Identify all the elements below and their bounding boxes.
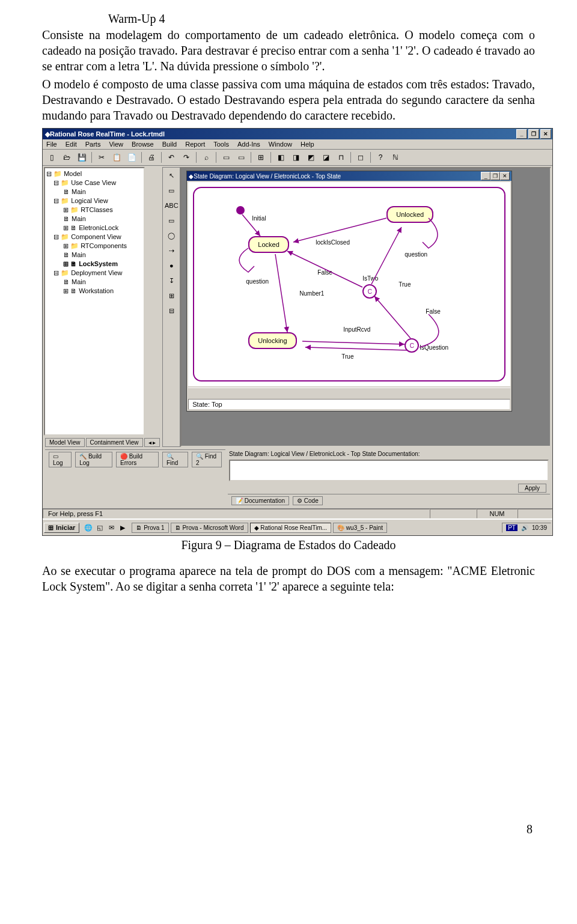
- tb-find[interactable]: ⌕: [200, 151, 213, 164]
- tree-cv-main[interactable]: 🗎 Main: [46, 251, 142, 260]
- tp-choice[interactable]: ⊞: [164, 289, 179, 302]
- tp-text[interactable]: ABC: [164, 199, 179, 212]
- menu-report[interactable]: Report: [185, 141, 205, 148]
- documentation-textarea[interactable]: [229, 460, 549, 481]
- close-button[interactable]: ✕: [540, 129, 551, 139]
- tree-component[interactable]: ⊟ 📁 Component View: [46, 233, 142, 242]
- tab-documentation[interactable]: 📝 Documentation: [231, 496, 289, 505]
- ql-desktop[interactable]: ◱: [95, 523, 105, 532]
- tb-print[interactable]: 🖨: [145, 151, 158, 164]
- tree-workstation[interactable]: ⊞ 🗎 Workstation: [46, 287, 142, 296]
- tb-align4[interactable]: ◪: [319, 151, 332, 164]
- tree-rtclasses[interactable]: ⊞ 📁 RTClasses: [46, 205, 142, 214]
- tree-uc-main[interactable]: 🗎 Main: [46, 187, 142, 196]
- tab-containment-view[interactable]: Containment View: [86, 438, 143, 447]
- tree-rtcomponents[interactable]: ⊞ 📁 RTComponents: [46, 242, 142, 251]
- menu-edit[interactable]: Edit: [66, 141, 77, 148]
- paragraph-2: O modelo é composto de uma classe passiv…: [42, 76, 535, 123]
- tb-browse2[interactable]: ▭: [234, 151, 248, 164]
- tab-buildlog[interactable]: 🔨 Build Log: [75, 452, 112, 467]
- tb-new[interactable]: ▯: [45, 151, 58, 164]
- tb-help[interactable]: ?: [374, 151, 387, 164]
- tb-align3[interactable]: ◩: [304, 151, 317, 164]
- tb-zoom[interactable]: ⊞: [254, 151, 267, 164]
- label-initial: Initial: [252, 215, 266, 222]
- tb-redo[interactable]: ↷: [180, 151, 193, 164]
- state-locked[interactable]: Locked: [248, 236, 288, 253]
- tp-trans2[interactable]: ↧: [164, 274, 179, 287]
- tab-find[interactable]: 🔍 Find: [162, 452, 188, 467]
- tb-run[interactable]: ◻: [354, 151, 367, 164]
- menu-build[interactable]: Build: [162, 141, 177, 148]
- menu-window[interactable]: Window: [269, 141, 292, 148]
- child-hscroll[interactable]: [188, 388, 510, 398]
- tp-initial[interactable]: ●: [164, 259, 179, 272]
- tb-browse1[interactable]: ▭: [219, 151, 233, 164]
- minimize-button[interactable]: _: [516, 129, 527, 139]
- status-bar: For Help, press F1 NUM: [43, 508, 552, 518]
- tree-dv-main[interactable]: 🗎 Main: [46, 278, 142, 287]
- menu-addins[interactable]: Add-Ins: [237, 141, 260, 148]
- tb-align2[interactable]: ◨: [289, 151, 302, 164]
- task-paint[interactable]: 🎨 wu3_5 - Paint: [333, 523, 387, 533]
- tab-find2[interactable]: 🔍 Find 2: [192, 452, 222, 467]
- tree-lv-main[interactable]: 🗎 Main: [46, 214, 142, 223]
- model-tree[interactable]: ⊟ 📁 Model ⊟ 📁 Use Case View 🗎 Main ⊟ 📁 L…: [44, 167, 145, 436]
- ql-ie[interactable]: 🌐: [84, 523, 93, 532]
- paragraph-3: Ao se executar o programa aparece na tel…: [42, 563, 535, 594]
- diagram-canvas[interactable]: Initial Locked Unlocked Unlocking C C lo…: [188, 182, 510, 386]
- tree-deployment[interactable]: ⊟ 📁 Deployment View: [46, 269, 142, 278]
- child-min[interactable]: _: [481, 172, 490, 180]
- system-tray[interactable]: PT 🔊 10:39: [502, 523, 551, 533]
- label-isquestion: IsQuestion: [420, 344, 448, 351]
- menu-file[interactable]: File: [46, 141, 57, 148]
- tab-log[interactable]: ▭ Log: [49, 452, 72, 467]
- child-max[interactable]: ❐: [490, 172, 500, 180]
- maximize-button[interactable]: ❐: [528, 129, 539, 139]
- paragraph-1: Consiste na modelagem do comportamento d…: [42, 27, 535, 74]
- tb-align5[interactable]: ⊓: [334, 151, 347, 164]
- state-unlocking[interactable]: Unlocking: [248, 332, 296, 349]
- tab-code[interactable]: ⚙ Code: [293, 496, 323, 505]
- label-inputrcvd: InputRcvd: [343, 326, 370, 333]
- tp-pointer[interactable]: ↖: [164, 169, 179, 182]
- tb-copy[interactable]: 📋: [110, 151, 123, 164]
- tree-locksystem[interactable]: ⊞ 🗎 LockSystem: [46, 260, 142, 269]
- menu-parts[interactable]: Parts: [85, 141, 101, 148]
- tree-logical[interactable]: ⊟ 📁 Logical View: [46, 196, 142, 205]
- tree-usecase[interactable]: ⊟ 📁 Use Case View: [46, 178, 142, 187]
- tray-vol-icon[interactable]: 🔊: [521, 524, 528, 531]
- tb-undo[interactable]: ↶: [165, 151, 178, 164]
- apply-button[interactable]: Apply: [518, 484, 546, 493]
- tb-cut[interactable]: ✂: [95, 151, 108, 164]
- tab-scroll[interactable]: ◂ ▸: [144, 438, 160, 447]
- tab-builderrors[interactable]: 🔴 Build Errors: [116, 452, 159, 467]
- start-button[interactable]: ⊞ Iniciar: [44, 523, 79, 533]
- tab-model-view[interactable]: Model View: [45, 438, 85, 447]
- tb-save[interactable]: 💾: [75, 151, 88, 164]
- task-prova1[interactable]: 🗎 Prova 1: [132, 523, 168, 533]
- tree-eletroniclock[interactable]: ⊞ 🗎 EletronicLock: [46, 223, 142, 233]
- tray-lang[interactable]: PT: [506, 524, 517, 531]
- child-close[interactable]: ✕: [500, 172, 510, 180]
- ql-outlook[interactable]: ✉: [106, 523, 116, 532]
- tp-rect[interactable]: ▭: [164, 184, 179, 197]
- menu-view[interactable]: View: [109, 141, 123, 148]
- menu-browse[interactable]: Browse: [132, 141, 154, 148]
- tb-align1[interactable]: ◧: [274, 151, 287, 164]
- task-word[interactable]: 🗎 Prova - Microsoft Word: [171, 523, 248, 533]
- menu-tools[interactable]: Tools: [213, 141, 229, 148]
- tb-paste[interactable]: 📄: [125, 151, 138, 164]
- tb-whats[interactable]: ℕ: [389, 151, 402, 164]
- tp-note[interactable]: ▭: [164, 214, 179, 227]
- tp-junction[interactable]: ⊟: [164, 304, 179, 317]
- tree-model[interactable]: ⊟ 📁 Model: [46, 169, 142, 178]
- tb-open[interactable]: 🗁: [60, 151, 73, 164]
- tp-trans[interactable]: ⇢: [164, 244, 179, 257]
- ql-player[interactable]: ▶: [118, 523, 127, 532]
- task-rose[interactable]: ◆ Rational Rose RealTim...: [250, 523, 332, 533]
- label-istwo: IsTwo: [362, 275, 378, 282]
- tp-state[interactable]: ◯: [164, 229, 179, 242]
- state-unlocked[interactable]: Unlocked: [386, 206, 433, 223]
- menu-help[interactable]: Help: [301, 141, 314, 148]
